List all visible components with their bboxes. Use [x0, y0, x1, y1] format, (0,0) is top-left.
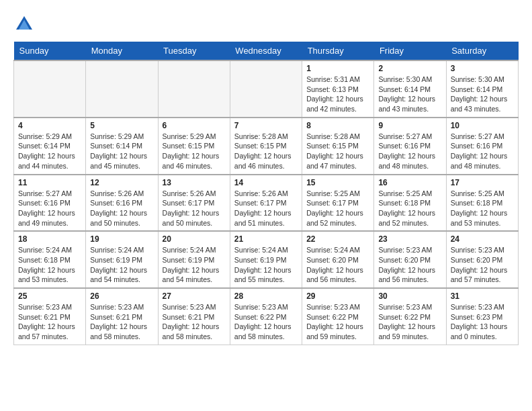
calendar-header-row: SundayMondayTuesdayWednesdayThursdayFrid…: [14, 42, 519, 60]
calendar-cell: 7Sunrise: 5:28 AMSunset: 6:15 PMDaylight…: [230, 118, 302, 175]
calendar-cell: 19Sunrise: 5:24 AMSunset: 6:19 PMDayligh…: [86, 231, 158, 288]
calendar-cell: 29Sunrise: 5:23 AMSunset: 6:22 PMDayligh…: [302, 288, 374, 345]
day-number: 22: [306, 234, 369, 244]
day-number: 15: [306, 178, 369, 187]
calendar-cell: 9Sunrise: 5:27 AMSunset: 6:16 PMDaylight…: [374, 118, 446, 175]
cell-details: Sunrise: 5:25 AMSunset: 6:18 PMDaylight:…: [378, 189, 441, 228]
cell-details: Sunrise: 5:25 AMSunset: 6:18 PMDaylight:…: [451, 189, 514, 228]
calendar-cell: 24Sunrise: 5:23 AMSunset: 6:20 PMDayligh…: [446, 231, 518, 288]
header-friday: Friday: [374, 42, 446, 60]
cell-details: Sunrise: 5:24 AMSunset: 6:18 PMDaylight:…: [18, 245, 81, 285]
calendar-cell: 23Sunrise: 5:23 AMSunset: 6:20 PMDayligh…: [374, 231, 446, 288]
calendar-cell: 12Sunrise: 5:26 AMSunset: 6:16 PMDayligh…: [86, 175, 158, 232]
day-number: 7: [234, 121, 298, 130]
calendar-cell: 18Sunrise: 5:24 AMSunset: 6:18 PMDayligh…: [14, 231, 86, 288]
calendar-cell: 17Sunrise: 5:25 AMSunset: 6:18 PMDayligh…: [446, 175, 518, 232]
week-row-4: 25Sunrise: 5:23 AMSunset: 6:21 PMDayligh…: [14, 288, 519, 345]
cell-details: Sunrise: 5:23 AMSunset: 6:21 PMDaylight:…: [163, 302, 226, 342]
cell-details: Sunrise: 5:28 AMSunset: 6:15 PMDaylight:…: [306, 132, 369, 171]
day-number: 23: [378, 234, 441, 244]
day-number: 5: [90, 121, 153, 130]
calendar-cell: 8Sunrise: 5:28 AMSunset: 6:15 PMDaylight…: [302, 118, 374, 175]
calendar-cell: 30Sunrise: 5:23 AMSunset: 6:22 PMDayligh…: [374, 288, 446, 345]
cell-details: Sunrise: 5:24 AMSunset: 6:19 PMDaylight:…: [234, 245, 298, 285]
header: [13, 13, 519, 35]
calendar-cell: 5Sunrise: 5:29 AMSunset: 6:14 PMDaylight…: [86, 118, 158, 175]
day-number: 14: [234, 178, 298, 187]
calendar-cell: 22Sunrise: 5:24 AMSunset: 6:20 PMDayligh…: [302, 231, 374, 288]
cell-details: Sunrise: 5:24 AMSunset: 6:20 PMDaylight:…: [306, 245, 369, 285]
cell-details: Sunrise: 5:30 AMSunset: 6:14 PMDaylight:…: [378, 75, 441, 114]
cell-details: Sunrise: 5:29 AMSunset: 6:14 PMDaylight:…: [90, 132, 153, 171]
calendar-cell: 26Sunrise: 5:23 AMSunset: 6:21 PMDayligh…: [86, 288, 158, 345]
day-number: 4: [18, 121, 81, 130]
calendar-cell: 27Sunrise: 5:23 AMSunset: 6:21 PMDayligh…: [158, 288, 230, 345]
logo-icon: [13, 13, 35, 35]
day-number: 9: [378, 121, 441, 130]
calendar-cell: 2Sunrise: 5:30 AMSunset: 6:14 PMDaylight…: [374, 60, 446, 118]
calendar: SundayMondayTuesdayWednesdayThursdayFrid…: [13, 42, 519, 345]
calendar-cell: [230, 60, 302, 118]
day-number: 12: [90, 178, 153, 187]
week-row-1: 4Sunrise: 5:29 AMSunset: 6:14 PMDaylight…: [14, 118, 519, 175]
day-number: 20: [163, 234, 226, 244]
day-number: 16: [378, 178, 441, 187]
cell-details: Sunrise: 5:29 AMSunset: 6:14 PMDaylight:…: [18, 132, 81, 171]
day-number: 2: [378, 64, 441, 73]
cell-details: Sunrise: 5:26 AMSunset: 6:16 PMDaylight:…: [90, 189, 153, 228]
cell-details: Sunrise: 5:23 AMSunset: 6:20 PMDaylight:…: [378, 245, 441, 285]
calendar-cell: 11Sunrise: 5:27 AMSunset: 6:16 PMDayligh…: [14, 175, 86, 232]
cell-details: Sunrise: 5:24 AMSunset: 6:19 PMDaylight:…: [163, 245, 226, 285]
calendar-cell: 3Sunrise: 5:30 AMSunset: 6:14 PMDaylight…: [446, 60, 518, 118]
header-monday: Monday: [86, 42, 158, 60]
cell-details: Sunrise: 5:25 AMSunset: 6:17 PMDaylight:…: [306, 189, 369, 228]
cell-details: Sunrise: 5:28 AMSunset: 6:15 PMDaylight:…: [234, 132, 298, 171]
day-number: 30: [378, 291, 441, 301]
day-number: 26: [90, 291, 153, 301]
cell-details: Sunrise: 5:23 AMSunset: 6:20 PMDaylight:…: [451, 245, 514, 285]
calendar-cell: 4Sunrise: 5:29 AMSunset: 6:14 PMDaylight…: [14, 118, 86, 175]
calendar-cell: 14Sunrise: 5:26 AMSunset: 6:17 PMDayligh…: [230, 175, 302, 232]
calendar-cell: 13Sunrise: 5:26 AMSunset: 6:17 PMDayligh…: [158, 175, 230, 232]
day-number: 31: [451, 291, 514, 301]
cell-details: Sunrise: 5:23 AMSunset: 6:22 PMDaylight:…: [306, 302, 369, 342]
day-number: 18: [18, 234, 81, 244]
cell-details: Sunrise: 5:27 AMSunset: 6:16 PMDaylight:…: [451, 132, 514, 171]
day-number: 10: [451, 121, 514, 130]
week-row-3: 18Sunrise: 5:24 AMSunset: 6:18 PMDayligh…: [14, 231, 519, 288]
day-number: 24: [451, 234, 514, 244]
day-number: 29: [306, 291, 369, 301]
calendar-cell: 25Sunrise: 5:23 AMSunset: 6:21 PMDayligh…: [14, 288, 86, 345]
day-number: 3: [451, 64, 514, 73]
calendar-cell: [14, 60, 86, 118]
cell-details: Sunrise: 5:30 AMSunset: 6:14 PMDaylight:…: [451, 75, 514, 114]
day-number: 11: [18, 178, 81, 187]
calendar-cell: [86, 60, 158, 118]
calendar-cell: 10Sunrise: 5:27 AMSunset: 6:16 PMDayligh…: [446, 118, 518, 175]
calendar-cell: 6Sunrise: 5:29 AMSunset: 6:15 PMDaylight…: [158, 118, 230, 175]
day-number: 28: [234, 291, 298, 301]
week-row-0: 1Sunrise: 5:31 AMSunset: 6:13 PMDaylight…: [14, 60, 519, 118]
cell-details: Sunrise: 5:31 AMSunset: 6:13 PMDaylight:…: [306, 75, 369, 114]
calendar-cell: [158, 60, 230, 118]
day-number: 27: [163, 291, 226, 301]
day-number: 19: [90, 234, 153, 244]
day-number: 13: [163, 178, 226, 187]
header-saturday: Saturday: [446, 42, 518, 60]
day-number: 6: [163, 121, 226, 130]
cell-details: Sunrise: 5:27 AMSunset: 6:16 PMDaylight:…: [378, 132, 441, 171]
calendar-cell: 21Sunrise: 5:24 AMSunset: 6:19 PMDayligh…: [230, 231, 302, 288]
header-tuesday: Tuesday: [158, 42, 230, 60]
day-number: 21: [234, 234, 298, 244]
day-number: 8: [306, 121, 369, 130]
cell-details: Sunrise: 5:23 AMSunset: 6:21 PMDaylight:…: [18, 302, 81, 342]
cell-details: Sunrise: 5:26 AMSunset: 6:17 PMDaylight:…: [234, 189, 298, 228]
cell-details: Sunrise: 5:23 AMSunset: 6:22 PMDaylight:…: [378, 302, 441, 342]
header-thursday: Thursday: [302, 42, 374, 60]
calendar-cell: 15Sunrise: 5:25 AMSunset: 6:17 PMDayligh…: [302, 175, 374, 232]
cell-details: Sunrise: 5:27 AMSunset: 6:16 PMDaylight:…: [18, 189, 81, 228]
day-number: 25: [18, 291, 81, 301]
cell-details: Sunrise: 5:23 AMSunset: 6:22 PMDaylight:…: [234, 302, 298, 342]
logo: [13, 13, 38, 35]
cell-details: Sunrise: 5:29 AMSunset: 6:15 PMDaylight:…: [163, 132, 226, 171]
